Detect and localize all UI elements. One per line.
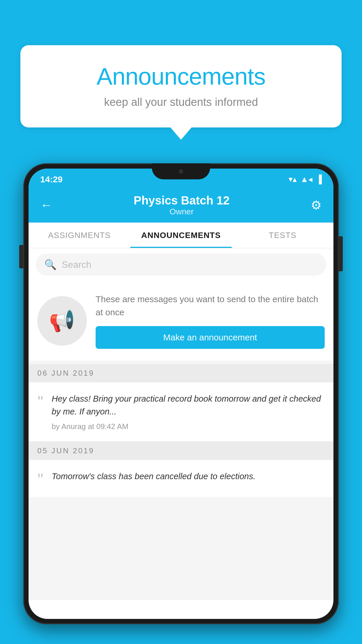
- tab-tests[interactable]: TESTS: [232, 223, 333, 248]
- phone-notch: [152, 163, 210, 179]
- speech-bubble-title: Announcements: [44, 63, 318, 90]
- phone-wrapper: 14:29 ▾▴ ▲◂ ▐ ← Physics Batch 12 Owner ⚙: [23, 163, 339, 644]
- announcement-message-2: Tomorrow's class has been cancelled due …: [52, 470, 325, 483]
- batch-role: Owner: [133, 207, 229, 216]
- search-container: 🔍 Search: [29, 248, 333, 281]
- content-area: 🔍 Search 📢 These are messages you want t…: [29, 248, 333, 600]
- promo-icon-circle: 📢: [37, 296, 87, 346]
- status-time: 14:29: [40, 174, 63, 184]
- phone-screen: 14:29 ▾▴ ▲◂ ▐ ← Physics Batch 12 Owner ⚙: [29, 169, 333, 619]
- tab-assignments[interactable]: ASSIGNMENTS: [29, 223, 130, 248]
- date-separator-2: 05 JUN 2019: [29, 442, 333, 460]
- camera: [178, 168, 184, 175]
- announcement-text-2: Tomorrow's class has been cancelled due …: [52, 470, 325, 487]
- search-placeholder: Search: [62, 259, 91, 270]
- speech-bubble-wrapper: Announcements keep all your students inf…: [20, 45, 342, 127]
- announcement-meta-1: by Anurag at 09:42 AM: [52, 422, 325, 431]
- tab-announcements[interactable]: ANNOUNCEMENTS: [130, 223, 232, 248]
- announcement-message-1: Hey class! Bring your practical record b…: [52, 393, 325, 418]
- announcement-text-1: Hey class! Bring your practical record b…: [52, 393, 325, 431]
- phone-outer: 14:29 ▾▴ ▲◂ ▐ ← Physics Batch 12 Owner ⚙: [23, 163, 339, 624]
- app-bar-title-section: Physics Batch 12 Owner: [133, 194, 229, 216]
- battery-icon: ▐: [316, 175, 322, 184]
- search-bar[interactable]: 🔍 Search: [36, 253, 326, 276]
- announcement-item-1[interactable]: " Hey class! Bring your practical record…: [29, 382, 333, 442]
- speech-bubble-subtitle: keep all your students informed: [44, 96, 318, 108]
- tabs-bar: ASSIGNMENTS ANNOUNCEMENTS TESTS: [29, 223, 333, 248]
- megaphone-icon: 📢: [49, 308, 75, 333]
- app-bar: ← Physics Batch 12 Owner ⚙: [29, 188, 333, 223]
- promo-description: These are messages you want to send to t…: [96, 293, 325, 319]
- quote-icon-1: ": [37, 394, 43, 409]
- make-announcement-button[interactable]: Make an announcement: [96, 326, 325, 349]
- promo-card: 📢 These are messages you want to send to…: [29, 281, 333, 360]
- date-separator-1: 06 JUN 2019: [29, 364, 333, 382]
- speech-bubble: Announcements keep all your students inf…: [20, 45, 342, 127]
- wifi-icon: ▾▴: [289, 174, 297, 184]
- search-icon: 🔍: [44, 259, 57, 270]
- settings-icon[interactable]: ⚙: [311, 198, 322, 212]
- quote-icon-2: ": [37, 472, 43, 487]
- signal-icon: ▲◂: [300, 174, 312, 184]
- back-button[interactable]: ←: [40, 198, 52, 212]
- batch-title: Physics Batch 12: [133, 194, 229, 207]
- status-icons: ▾▴ ▲◂ ▐: [289, 174, 322, 184]
- announcement-item-2[interactable]: " Tomorrow's class has been cancelled du…: [29, 460, 333, 498]
- promo-content: These are messages you want to send to t…: [96, 293, 325, 349]
